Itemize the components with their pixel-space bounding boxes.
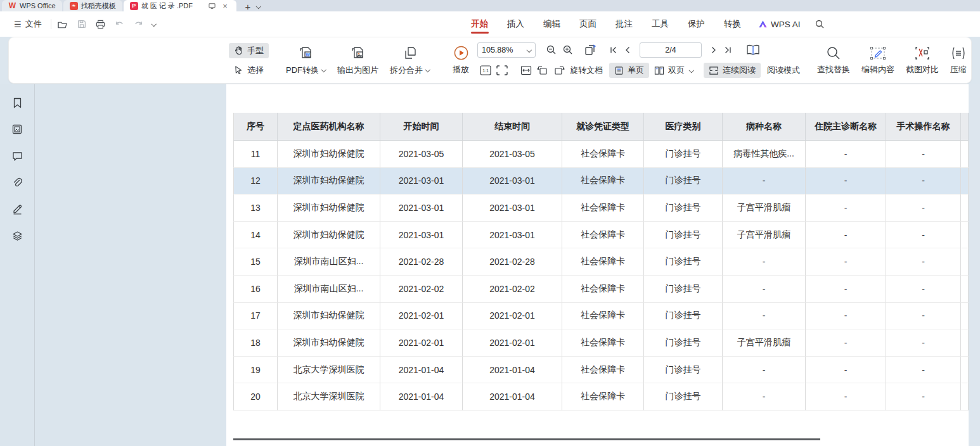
ribbon-tab-page[interactable]: 页面 xyxy=(570,11,606,37)
double-page-button[interactable]: 双页 xyxy=(649,63,699,78)
table-cell: - xyxy=(886,222,961,249)
export-image-button[interactable]: 输出为图片 xyxy=(332,45,384,76)
read-mode-icon[interactable] xyxy=(744,42,763,58)
full-translate-button[interactable]: A文 全文翻译 xyxy=(975,43,980,58)
edit-content-button[interactable]: 编辑内容 xyxy=(856,46,900,75)
table-cell: - xyxy=(723,248,806,276)
bookmark-icon[interactable] xyxy=(11,97,23,108)
single-page-button[interactable]: 单页 xyxy=(609,63,649,78)
fit-page-button[interactable] xyxy=(494,64,510,77)
table-cell: - xyxy=(886,303,961,330)
export-image-label: 输出为图片 xyxy=(337,65,378,76)
table-cell: - xyxy=(723,276,806,303)
compress-button[interactable]: 压缩 xyxy=(945,46,972,75)
redo-icon[interactable] xyxy=(132,18,145,30)
table-cell: 北京大学深圳医院 xyxy=(278,383,380,411)
hamburger-icon: ☰ xyxy=(14,20,22,29)
ribbon-tabs: 开始 插入 编辑 页面 批注 工具 保护 转换 WPS AI xyxy=(461,11,831,37)
tab-list-chevron-icon[interactable] xyxy=(256,4,261,9)
read-mode-label[interactable]: 阅读模式 xyxy=(767,65,800,76)
wps-logo-icon: W xyxy=(8,2,16,10)
table-cell: 深圳市南山区妇... xyxy=(278,248,380,276)
play-button[interactable]: 播放 xyxy=(447,45,475,75)
ribbon-tab-comment[interactable]: 批注 xyxy=(606,11,642,37)
continuous-read-button[interactable]: 连续阅读 xyxy=(704,63,761,78)
svg-text:1:1: 1:1 xyxy=(482,68,489,73)
ribbon-tab-convert[interactable]: 转换 xyxy=(714,11,751,37)
table-cell: - xyxy=(723,357,806,384)
ribbon-tab-insert[interactable]: 插入 xyxy=(498,11,534,37)
table-cell xyxy=(961,357,969,384)
table-cell: 子宫平滑肌瘤 xyxy=(723,329,806,357)
first-page-icon[interactable] xyxy=(607,44,621,56)
print-icon[interactable] xyxy=(94,18,107,30)
ribbon-tab-edit[interactable]: 编辑 xyxy=(534,11,570,37)
quick-tools-chevron-icon[interactable] xyxy=(152,22,157,27)
table-cell: 2021-02-01 xyxy=(463,329,562,357)
continuous-read-label: 连续阅读 xyxy=(723,65,756,76)
table-row: 14深圳市妇幼保健院2021-03-012021-03-01社会保障卡门诊挂号子… xyxy=(233,222,969,249)
tab-wps-office[interactable]: W WPS Office xyxy=(2,0,62,11)
tab-docer-templates[interactable]: ❧ 找稻壳模板 xyxy=(63,0,122,11)
table-cell: 18 xyxy=(233,329,278,357)
rotate-right-icon[interactable] xyxy=(551,64,567,77)
docer-logo-icon: ❧ xyxy=(70,2,78,10)
last-page-icon[interactable] xyxy=(721,44,735,56)
zoom-out-icon[interactable] xyxy=(543,43,560,57)
split-merge-button[interactable]: 拆分合并 xyxy=(384,45,435,76)
zoom-value: 105.88% xyxy=(482,46,513,54)
svg-text:W: W xyxy=(306,52,310,56)
table-cell: 深圳市妇幼保健院 xyxy=(278,194,380,222)
zoom-level-select[interactable]: 105.88% xyxy=(477,42,536,58)
table-cell: - xyxy=(806,194,886,222)
close-tab-icon[interactable]: × xyxy=(220,1,230,11)
column-header: 定点医药机构名称 xyxy=(278,113,380,141)
tab-pdf-document[interactable]: P 就 医 记 录 .PDF × xyxy=(124,0,236,11)
rotate-pages-icon[interactable] xyxy=(581,42,600,58)
undo-icon[interactable] xyxy=(113,18,126,30)
navigation-sidebar xyxy=(0,84,35,446)
screenshot-compare-button[interactable]: 截图对比 xyxy=(900,46,945,75)
wps-ai-button[interactable]: WPS AI xyxy=(751,20,808,29)
select-tool-button[interactable]: 选择 xyxy=(229,63,269,78)
column-header: 开始时间 xyxy=(380,113,463,141)
rotate-doc-label[interactable]: 旋转文档 xyxy=(570,65,603,76)
table-cell: - xyxy=(886,141,961,168)
signature-icon[interactable] xyxy=(11,203,23,215)
pdf-convert-button[interactable]: W PDF转换 xyxy=(280,45,332,76)
hand-tool-button[interactable]: 手型 xyxy=(229,43,269,58)
fit-width-button[interactable] xyxy=(518,64,534,77)
open-folder-icon[interactable] xyxy=(56,18,69,30)
new-tab-button[interactable]: + xyxy=(243,1,253,11)
table-cell xyxy=(961,303,969,330)
attachment-icon[interactable] xyxy=(11,177,23,188)
scroll-gutter[interactable] xyxy=(969,84,980,446)
word-translate-button[interactable]: 文A 划词翻译 xyxy=(975,63,980,78)
actual-size-button[interactable]: 1:1 xyxy=(477,64,494,77)
table-cell: 2021-03-01 xyxy=(463,222,562,249)
monitor-icon[interactable] xyxy=(207,1,217,11)
zoom-in-icon[interactable] xyxy=(560,43,576,57)
next-page-icon[interactable] xyxy=(707,44,721,56)
table-cell: - xyxy=(886,357,961,384)
find-replace-button[interactable]: 查找替换 xyxy=(811,46,856,75)
column-header: 医疗类别 xyxy=(644,113,723,141)
layers-icon[interactable] xyxy=(11,230,23,241)
edit-content-icon xyxy=(870,46,886,61)
ribbon-tab-home[interactable]: 开始 xyxy=(461,11,498,37)
table-cell: 社会保障卡 xyxy=(562,383,644,411)
ribbon-search-icon[interactable] xyxy=(808,19,831,29)
comment-icon[interactable] xyxy=(11,150,23,162)
thumbnail-icon[interactable] xyxy=(11,124,23,135)
tab-label: WPS Office xyxy=(20,2,56,10)
file-menu-button[interactable]: ☰ 文件 xyxy=(10,16,46,32)
ribbon-tab-tools[interactable]: 工具 xyxy=(642,11,678,37)
rotate-left-icon[interactable] xyxy=(534,64,551,77)
prev-page-icon[interactable] xyxy=(621,44,635,56)
page-number-input[interactable]: 2/4 xyxy=(640,42,702,58)
table-cell: 门诊挂号 xyxy=(644,168,723,195)
table-cell: 2021-02-01 xyxy=(463,303,562,330)
ribbon-tab-protect[interactable]: 保护 xyxy=(678,11,714,37)
save-icon[interactable] xyxy=(75,18,88,30)
table-cell: 11 xyxy=(233,141,278,168)
